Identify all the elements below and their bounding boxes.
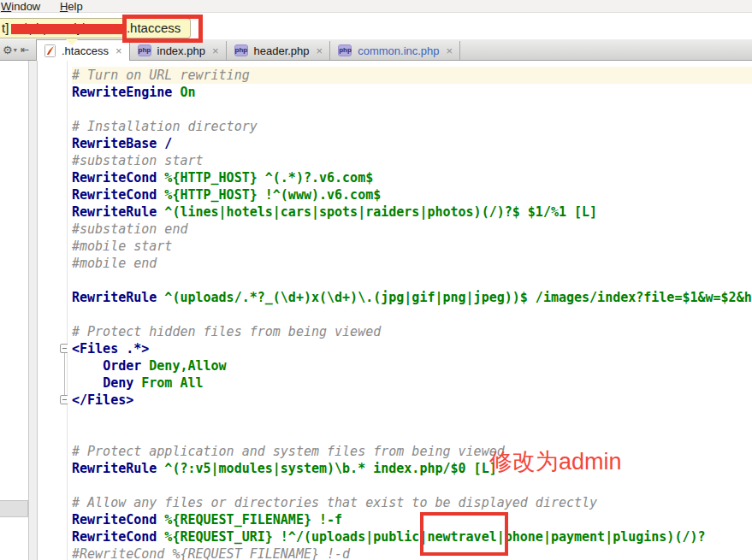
code-line[interactable]: # Protect application and system files f…: [72, 443, 752, 460]
code-editor[interactable]: # Turn on URL rewritingRewriteEngine On …: [68, 61, 752, 560]
code-line[interactable]: RewriteRule ^(lines|hotels|cars|spots|ra…: [72, 203, 752, 221]
code-line[interactable]: # Allow any files or directories that ex…: [72, 494, 752, 511]
menu-window[interactable]: Window: [1, 0, 40, 13]
editor-tab-bar: ⚙▾ ⇤ .htaccess × php index.php × php hea…: [0, 39, 752, 61]
code-line[interactable]: [72, 477, 752, 494]
chevron-down-icon: ▾: [14, 46, 17, 54]
code-line[interactable]: #mobile end: [72, 255, 752, 272]
code-line[interactable]: RewriteRule ^(uploads/.*?_(\d+)x(\d+)\.(…: [72, 289, 752, 306]
tab-bar-empty-area: [460, 39, 752, 60]
tab-label: index.php: [157, 44, 205, 57]
menu-window-label: indow: [11, 0, 40, 13]
code-line[interactable]: Order Deny,Allow: [72, 357, 752, 374]
tool-window-stub[interactable]: [0, 500, 28, 517]
redaction-annotation: [11, 24, 127, 34]
gear-icon[interactable]: ⚙: [3, 44, 13, 56]
menu-help-mnemonic: H: [60, 0, 68, 13]
menu-bar: Window Help: [0, 0, 752, 13]
menu-help[interactable]: Help: [60, 0, 83, 13]
code-line[interactable]: RewriteCond %{HTTP_HOST} !^(www).v6.com$: [72, 186, 752, 203]
ide-window: Window Help t] D:\phpStudy\WWW\.htaccess…: [0, 0, 752, 560]
code-line[interactable]: </Files>: [72, 392, 752, 409]
code-line[interactable]: [72, 101, 752, 118]
code-line[interactable]: # Turn on URL rewriting: [72, 67, 752, 84]
close-icon[interactable]: ×: [115, 44, 122, 57]
code-line[interactable]: [72, 272, 752, 289]
htaccess-highlight-annotation: [122, 15, 203, 43]
scroll-from-source-icon[interactable]: ⇤: [21, 44, 29, 56]
close-icon[interactable]: ×: [317, 44, 323, 57]
code-line[interactable]: # Installation directory: [72, 118, 752, 135]
code-line[interactable]: Deny From All: [72, 374, 752, 392]
code-line[interactable]: <Files .*>: [72, 340, 752, 357]
tab-label: common.inc.php: [358, 44, 439, 57]
tab-label: .htaccess: [62, 44, 109, 57]
menu-help-label: elp: [68, 0, 82, 13]
editor-gutter: [38, 61, 68, 560]
left-tool-area: [0, 61, 28, 560]
close-icon[interactable]: ×: [212, 44, 219, 57]
php-file-icon: php: [338, 44, 352, 56]
code-line[interactable]: [72, 306, 752, 323]
menu-window-mnemonic: W: [1, 0, 11, 13]
tab-label: header.php: [254, 44, 310, 57]
tool-window-splitter[interactable]: [28, 61, 38, 560]
fold-range-line: [64, 353, 65, 398]
htaccess-file-icon: [44, 44, 56, 57]
annotation-note: 修改为admin: [489, 446, 622, 477]
code-line[interactable]: RewriteCond %{REQUEST_FILENAME} !-f: [72, 511, 752, 528]
close-icon[interactable]: ×: [447, 44, 453, 57]
tooltip-pointer: [65, 38, 79, 45]
code-line[interactable]: #RewriteCond %{REQUEST_FILENAME} !-d: [72, 545, 752, 560]
code-line[interactable]: #mobile start: [72, 238, 752, 255]
code-line[interactable]: RewriteCond %{HTTP_HOST} ^(.*)?.v6.com$: [72, 169, 752, 186]
code-line[interactable]: #substation start: [72, 152, 752, 169]
code-line[interactable]: RewriteCond %{REQUEST_URI} !^/(uploads|p…: [72, 528, 752, 545]
code-line[interactable]: [72, 426, 752, 443]
tab-common-inc-php[interactable]: php common.inc.php ×: [330, 41, 460, 60]
tab-bar-actions: ⚙▾ ⇤: [0, 39, 36, 60]
tab-htaccess[interactable]: .htaccess ×: [36, 39, 130, 61]
code-line[interactable]: RewriteBase /: [72, 135, 752, 152]
newtravel-highlight-annotation: [420, 512, 508, 556]
code-line[interactable]: [72, 409, 752, 426]
tab-header-php[interactable]: php header.php ×: [227, 41, 331, 60]
tab-index-php[interactable]: php index.php ×: [130, 41, 227, 60]
code-line[interactable]: #substation end: [72, 221, 752, 238]
code-line[interactable]: RewriteRule ^(?:v5|modules|system)\b.* i…: [72, 460, 752, 477]
php-file-icon: php: [234, 44, 248, 56]
code-line[interactable]: RewriteEngine On: [72, 84, 752, 101]
php-file-icon: php: [138, 44, 151, 56]
code-line[interactable]: # Protect hidden files from being viewed: [72, 323, 752, 340]
